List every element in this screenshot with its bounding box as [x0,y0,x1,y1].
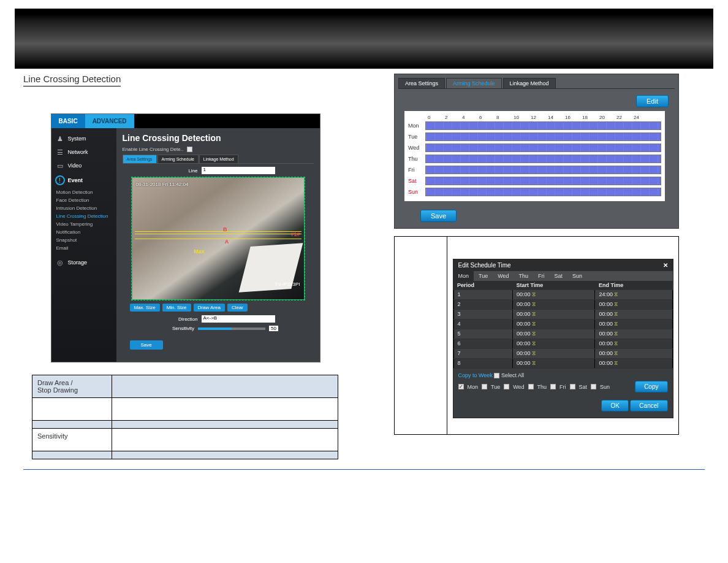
select-all-checkbox[interactable] [494,373,499,378]
chk-tue[interactable] [482,384,487,389]
sub-snap[interactable]: Snapshot [56,236,116,244]
timestamp: 08-31-2018 Fri 11:42:04 [136,182,189,187]
sub-notif[interactable]: Notification [56,228,116,236]
arming-schedule-panel: Area Settings Arming Schedule Linkage Me… [394,74,679,229]
select-all-label: Select All [501,372,524,378]
sub-tamper[interactable]: Video Tampering [56,220,116,228]
copy-button[interactable]: Copy [635,381,667,393]
day-row-sun: Sun [408,186,661,197]
sidebar-item-network[interactable]: ☰ Network [51,145,116,159]
subtab-arming[interactable]: Arming Schedule [157,155,199,163]
clock-icon[interactable]: ⧖ [532,331,536,337]
day-row-fri: Fri [408,164,661,175]
video-icon: ▭ [55,162,65,169]
clock-icon[interactable]: ⧖ [532,291,536,297]
clock-icon[interactable]: ⧖ [614,291,618,297]
ok-button[interactable]: OK [601,400,628,412]
sidebar-item-storage[interactable]: ◎ Storage [51,256,116,269]
hours-axis: 024 6810 121416 182022 24 [408,115,661,120]
col-start: Start Time [512,281,595,290]
clock-icon[interactable]: ⧖ [532,311,536,317]
chk-fri[interactable] [550,384,556,389]
td-empty [32,451,112,459]
draw-area-button[interactable]: Draw Area [194,304,225,312]
top-banner [15,9,713,69]
td-sens-desc [112,429,338,451]
sidebar-item-system[interactable]: ♟ System [51,132,116,145]
daytab-wed[interactable]: Wed [493,271,514,281]
min-size-button[interactable]: Min. Size [162,304,191,312]
max-size-button[interactable]: Max. Size [130,304,160,312]
table-row: 300:00 ⧖00:00 ⧖ [453,310,672,320]
td-empty [32,398,112,421]
td-empty [112,398,338,421]
clock-icon[interactable]: ⧖ [614,321,618,327]
cancel-button[interactable]: Cancel [630,400,667,412]
chk-sun[interactable] [591,384,596,389]
video-preview: 08-31-2018 Fri 11:42:04 B A #1# Max TV-I… [132,177,305,300]
dialog-title: Edit Schedule Time [458,262,511,269]
direction-select[interactable]: A<->B [202,315,275,323]
tab-basic[interactable]: BASIC [51,114,85,128]
daytab-tue[interactable]: Tue [474,271,493,281]
clock-icon[interactable]: ⧖ [614,331,618,337]
clock-icon[interactable]: ⧖ [532,360,536,366]
save-button[interactable]: Save [130,340,163,350]
sidebar-item-label: Storage [68,259,88,266]
daytab-thu[interactable]: Thu [514,271,534,281]
chk-wed[interactable] [504,384,509,389]
clock-icon[interactable]: ⧖ [532,301,536,307]
sub-email[interactable]: Email [56,244,116,252]
sensitivity-slider[interactable] [198,327,265,330]
camera-ui: BASIC ADVANCED ♟ System ☰ Network [51,113,320,362]
edit-button[interactable]: Edit [636,95,669,107]
clock-icon[interactable]: ⧖ [532,321,536,327]
subtab-area[interactable]: Area Settings [123,155,157,163]
clock-icon[interactable]: ⧖ [614,360,618,366]
sub-intrusion[interactable]: Intrusion Detection [56,204,116,212]
schedule-chart: 024 6810 121416 182022 24 Mon Tue Wed Th… [404,111,665,201]
table-row: 800:00 ⧖00:00 ⧖ [453,359,672,369]
subtab-linkage[interactable]: Linkage Method [199,155,238,163]
sidebar-item-event[interactable]: ! Event [51,172,116,188]
daytab-sun[interactable]: Sun [567,271,587,281]
sidebar-item-label: System [68,136,86,142]
sub-motion[interactable]: Motion Detection [56,188,116,196]
day-row-mon: Mon [408,120,661,131]
clear-button[interactable]: Clear [227,304,248,312]
tab-area-settings[interactable]: Area Settings [398,78,445,88]
tab-arming-schedule[interactable]: Arming Schedule [446,78,502,88]
enable-checkbox[interactable] [187,147,192,152]
line-label: Line [161,168,198,174]
daytab-mon[interactable]: Mon [453,271,474,281]
clock-icon[interactable]: ⧖ [614,301,618,307]
table-row: 500:00 ⧖00:00 ⧖ [453,329,672,339]
sub-linecross[interactable]: Line Crossing Detection [56,212,116,220]
tab-advanced[interactable]: ADVANCED [85,114,134,128]
save-button[interactable]: Save [420,210,457,222]
edit-schedule-table: Edit Schedule Time ✕ Mon Tue Wed Thu Fri… [394,236,679,435]
chk-sat[interactable] [570,384,575,389]
day-row-tue: Tue [408,131,661,142]
table-row: 100:00 ⧖24:00 ⧖ [453,290,672,300]
clock-icon[interactable]: ⧖ [614,350,618,356]
clock-icon[interactable]: ⧖ [532,340,536,347]
daytab-fri[interactable]: Fri [533,271,550,281]
tab-linkage-method[interactable]: Linkage Method [503,78,556,88]
clock-icon[interactable]: ⧖ [614,340,618,347]
boundary-line [135,231,301,232]
sub-face[interactable]: Face Detection [56,196,116,204]
enable-label: Enable Line Crossing Dete.. [123,147,184,152]
close-icon[interactable]: ✕ [663,262,668,269]
sidebar-item-video[interactable]: ▭ Video [51,159,116,172]
info-table: Draw Area / Stop Drawing Sensitivity [32,375,338,459]
chk-mon[interactable] [458,384,464,389]
model-label: TV-IP323PI [275,282,300,287]
clock-icon[interactable]: ⧖ [532,350,536,356]
clock-icon[interactable]: ⧖ [614,311,618,317]
camera-sidebar: ♟ System ☰ Network ▭ Video ! [51,128,116,362]
chk-thu[interactable] [528,384,534,389]
network-icon: ☰ [55,148,65,156]
daytab-sat[interactable]: Sat [550,271,568,281]
line-select[interactable]: 1 [202,167,275,174]
